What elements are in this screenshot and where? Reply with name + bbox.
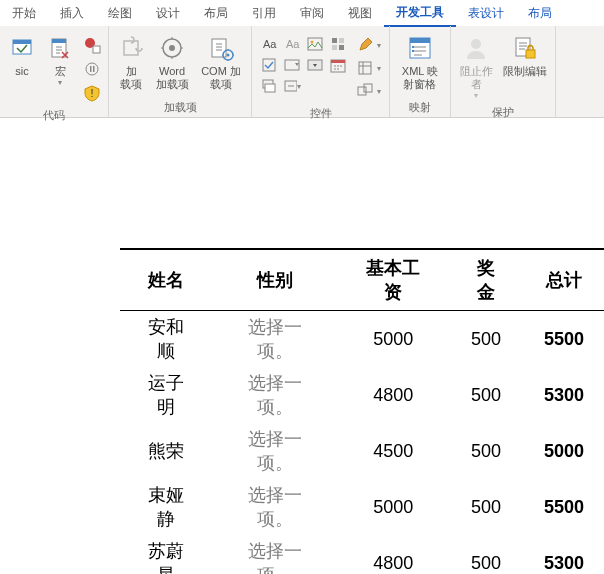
- table-row[interactable]: 熊荣 选择一项。 4500 500 5000: [120, 423, 604, 479]
- word-addins-button[interactable]: Word 加载项: [151, 32, 193, 93]
- picture-control-button[interactable]: [306, 35, 324, 53]
- block-authors-button[interactable]: 阻止作者 ▾: [455, 32, 497, 103]
- tab-review[interactable]: 审阅: [288, 1, 336, 26]
- combobox-control-button[interactable]: [283, 56, 301, 74]
- gender-dropdown-control[interactable]: 选择一项。: [212, 479, 339, 535]
- properties-button[interactable]: ▾: [357, 58, 381, 78]
- table-row[interactable]: 运子明 选择一项。 4800 500 5300: [120, 367, 604, 423]
- cell-total[interactable]: 5500: [524, 311, 604, 368]
- group-protect: 阻止作者 ▾ 限制编辑 保护: [451, 26, 556, 117]
- svg-rect-36: [412, 46, 414, 48]
- svg-point-38: [471, 39, 481, 49]
- tab-table-layout[interactable]: 布局: [516, 1, 564, 26]
- record-macro-button[interactable]: [81, 34, 103, 56]
- cell-base[interactable]: 5000: [338, 479, 448, 535]
- checkbox-control-button[interactable]: [260, 56, 278, 74]
- cell-bonus[interactable]: 500: [448, 311, 524, 368]
- svg-rect-20: [339, 38, 344, 43]
- legacy-tools-button[interactable]: ▾: [283, 77, 301, 95]
- group-code: sic 宏 ▾ ! 代码: [0, 26, 109, 117]
- macros-icon: [46, 34, 74, 62]
- macros-label: 宏: [55, 65, 66, 78]
- table-row[interactable]: 苏蔚星 选择一项。 4800 500 5300: [120, 535, 604, 574]
- col-gender[interactable]: 性别: [212, 249, 339, 311]
- cell-name[interactable]: 束娅静: [120, 479, 212, 535]
- cell-bonus[interactable]: 500: [448, 535, 524, 574]
- tab-insert[interactable]: 插入: [48, 1, 96, 26]
- gender-dropdown-control[interactable]: 选择一项。: [212, 535, 339, 574]
- tab-layout[interactable]: 布局: [192, 1, 240, 26]
- cell-base[interactable]: 4800: [338, 367, 448, 423]
- svg-rect-23: [263, 59, 275, 71]
- document-area[interactable]: 姓名 性别 基本工资 奖金 总计 安和顺 选择一项。 5000 500 5500…: [0, 118, 604, 574]
- gender-dropdown-control[interactable]: 选择一项。: [212, 367, 339, 423]
- tab-table-design[interactable]: 表设计: [456, 1, 516, 26]
- block-authors-icon: [462, 34, 490, 62]
- cell-bonus[interactable]: 500: [448, 367, 524, 423]
- table-row[interactable]: 束娅静 选择一项。 5000 500 5500: [120, 479, 604, 535]
- svg-rect-33: [364, 84, 372, 92]
- restrict-editing-button[interactable]: 限制编辑: [499, 32, 551, 80]
- group-button[interactable]: ▾: [357, 81, 381, 101]
- ribbon-tabs: 开始 插入 绘图 设计 布局 引用 审阅 视图 开发工具 表设计 布局: [0, 0, 604, 26]
- svg-rect-8: [93, 66, 95, 72]
- salary-table[interactable]: 姓名 性别 基本工资 奖金 总计 安和顺 选择一项。 5000 500 5500…: [120, 248, 604, 574]
- ribbon-body: sic 宏 ▾ ! 代码: [0, 26, 604, 118]
- cell-name[interactable]: 安和顺: [120, 311, 212, 368]
- date-control-button[interactable]: [329, 56, 347, 74]
- svg-text:Aa: Aa: [286, 38, 300, 50]
- col-name[interactable]: 姓名: [120, 249, 212, 311]
- com-addins-label: COM 加载项: [196, 65, 246, 91]
- gender-dropdown-control[interactable]: 选择一项。: [212, 311, 339, 368]
- svg-rect-1: [13, 40, 31, 44]
- dropdown-control-button[interactable]: [306, 56, 324, 74]
- building-block-control-button[interactable]: [329, 35, 347, 53]
- macros-button[interactable]: 宏 ▾: [42, 32, 78, 90]
- svg-point-18: [311, 41, 314, 44]
- cell-total[interactable]: 5000: [524, 423, 604, 479]
- cell-name[interactable]: 运子明: [120, 367, 212, 423]
- svg-text:!: !: [90, 87, 93, 99]
- visual-basic-label: sic: [15, 65, 28, 78]
- tab-references[interactable]: 引用: [240, 1, 288, 26]
- group-addins: 加 载项 Word 加载项 COM 加载项 加载项: [109, 26, 252, 117]
- group-code-label: 代码: [4, 106, 104, 125]
- col-base[interactable]: 基本工资: [338, 249, 448, 311]
- cell-total[interactable]: 5300: [524, 535, 604, 574]
- col-total[interactable]: 总计: [524, 249, 604, 311]
- cell-name[interactable]: 熊荣: [120, 423, 212, 479]
- visual-basic-button[interactable]: sic: [4, 32, 40, 80]
- cell-bonus[interactable]: 500: [448, 423, 524, 479]
- pause-recording-button[interactable]: [81, 58, 103, 80]
- svg-text:Aa: Aa: [263, 38, 277, 50]
- addins-button[interactable]: 加 载项: [113, 32, 149, 93]
- rich-text-control-button[interactable]: Aa: [260, 35, 278, 53]
- macro-security-button[interactable]: !: [81, 82, 103, 104]
- word-addins-icon: [158, 34, 186, 62]
- gender-dropdown-control[interactable]: 选择一项。: [212, 423, 339, 479]
- tab-draw[interactable]: 绘图: [96, 1, 144, 26]
- tab-design[interactable]: 设计: [144, 1, 192, 26]
- tab-developer[interactable]: 开发工具: [384, 0, 456, 27]
- xml-mapping-label: XML 映 射窗格: [402, 65, 438, 91]
- table-header-row: 姓名 性别 基本工资 奖金 总计: [120, 249, 604, 311]
- com-addins-button[interactable]: COM 加载项: [195, 32, 247, 93]
- cell-bonus[interactable]: 500: [448, 479, 524, 535]
- tab-start[interactable]: 开始: [0, 1, 48, 26]
- xml-mapping-button[interactable]: XML 映 射窗格: [394, 32, 446, 93]
- design-mode-button[interactable]: ▾: [357, 35, 381, 55]
- plain-text-control-button[interactable]: Aa: [283, 35, 301, 53]
- col-bonus[interactable]: 奖金: [448, 249, 524, 311]
- svg-rect-5: [93, 46, 100, 53]
- cell-base[interactable]: 4500: [338, 423, 448, 479]
- tab-view[interactable]: 视图: [336, 1, 384, 26]
- cell-name[interactable]: 苏蔚星: [120, 535, 212, 574]
- cell-total[interactable]: 5300: [524, 367, 604, 423]
- cell-base[interactable]: 4800: [338, 535, 448, 574]
- cell-base[interactable]: 5000: [338, 311, 448, 368]
- repeating-section-button[interactable]: [260, 77, 278, 95]
- table-row[interactable]: 安和顺 选择一项。 5000 500 5500: [120, 311, 604, 368]
- cell-total[interactable]: 5500: [524, 479, 604, 535]
- svg-point-14: [227, 54, 230, 57]
- svg-rect-22: [339, 45, 344, 50]
